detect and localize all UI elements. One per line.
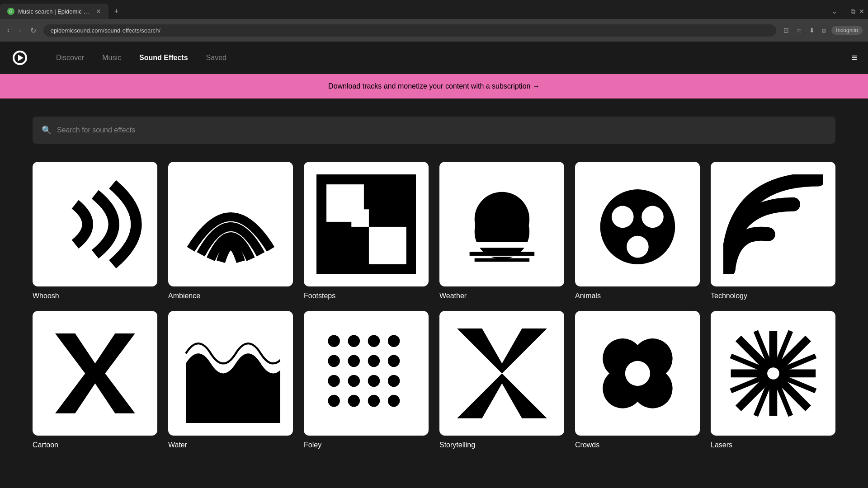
svg-point-57: [625, 361, 650, 385]
category-card-footsteps: [304, 162, 429, 286]
svg-point-45: [387, 375, 399, 386]
nav-discover[interactable]: Discover: [56, 54, 84, 62]
svg-point-42: [328, 375, 340, 386]
category-animals[interactable]: Animals: [575, 162, 700, 300]
svg-point-37: [387, 335, 399, 347]
svg-point-46: [328, 394, 340, 406]
active-tab[interactable]: G Music search | Epidemic Sound ✕: [0, 4, 108, 19]
logo[interactable]: [11, 49, 29, 67]
category-card-water: [168, 311, 293, 436]
category-crowds[interactable]: Crowds: [575, 311, 700, 449]
svg-rect-5: [326, 227, 364, 264]
tab-search-button[interactable]: ⌄: [832, 8, 837, 15]
category-card-weather: [439, 162, 564, 286]
address-bar: ‹ › ↻ epidemicsound.com/sound-effects/se…: [0, 19, 868, 42]
category-water[interactable]: Water: [168, 311, 293, 449]
category-label-foley: Foley: [304, 441, 429, 449]
svg-rect-4: [369, 184, 406, 222]
category-label-weather: Weather: [439, 292, 564, 300]
category-label-whoosh: Whoosh: [33, 292, 157, 300]
url-text: epidemicsound.com/sound-effects/search/: [51, 27, 160, 34]
forward-button[interactable]: ›: [17, 24, 23, 36]
close-window-button[interactable]: ✕: [859, 8, 864, 15]
svg-rect-6: [369, 227, 406, 264]
nav-saved[interactable]: Saved: [206, 54, 226, 62]
minimize-button[interactable]: —: [841, 8, 847, 15]
svg-point-38: [328, 355, 340, 366]
category-card-ambience: [168, 162, 293, 286]
download-icon[interactable]: ⬇: [807, 25, 816, 36]
category-grid: Whoosh Ambience: [33, 162, 835, 449]
category-label-technology: Technology: [711, 292, 835, 300]
bookmark-icon[interactable]: ☆: [794, 25, 804, 36]
incognito-badge: Incognito: [831, 26, 863, 35]
svg-point-47: [348, 394, 359, 406]
category-card-animals: [575, 162, 700, 286]
category-card-lasers: [711, 311, 835, 436]
category-label-footsteps: Footsteps: [304, 292, 429, 300]
address-actions: ⊡ ☆ ⬇ ⧈ Incognito: [782, 25, 863, 36]
category-lasers[interactable]: Lasers: [711, 311, 835, 449]
url-bar[interactable]: epidemicsound.com/sound-effects/search/: [43, 24, 777, 37]
svg-rect-0: [45, 174, 145, 274]
svg-point-14: [474, 204, 529, 259]
svg-point-36: [368, 335, 379, 347]
svg-rect-7: [351, 209, 369, 227]
svg-point-49: [387, 394, 399, 406]
category-ambience[interactable]: Ambience: [168, 162, 293, 300]
category-label-lasers: Lasers: [711, 441, 835, 449]
nav-links: Discover Music Sound Effects Saved: [56, 54, 226, 62]
category-weather[interactable]: Weather: [439, 162, 564, 300]
svg-rect-17: [469, 252, 534, 256]
cast-icon[interactable]: ⊡: [782, 25, 791, 36]
site-nav: Discover Music Sound Effects Saved ≡: [0, 42, 868, 74]
svg-point-28: [627, 235, 649, 258]
svg-point-26: [612, 206, 634, 228]
svg-point-43: [348, 375, 359, 386]
svg-point-27: [642, 206, 664, 228]
svg-rect-18: [474, 258, 529, 262]
category-card-foley: [304, 311, 429, 436]
svg-point-34: [328, 335, 340, 347]
tab-controls: ⌄ — ⧉ ✕: [832, 8, 868, 15]
category-label-storytelling: Storytelling: [439, 441, 564, 449]
svg-point-67: [767, 367, 779, 379]
nav-music[interactable]: Music: [102, 54, 121, 62]
search-input[interactable]: [57, 126, 826, 134]
restore-button[interactable]: ⧉: [851, 8, 855, 15]
reload-button[interactable]: ↻: [28, 24, 38, 37]
site-content: Discover Music Sound Effects Saved ≡ Dow…: [0, 42, 868, 488]
tab-bar: G Music search | Epidemic Sound ✕ + ⌄ — …: [0, 0, 868, 19]
category-whoosh[interactable]: Whoosh: [33, 162, 157, 300]
svg-point-40: [368, 355, 379, 366]
extension-icon[interactable]: ⧈: [820, 25, 828, 36]
svg-point-44: [368, 375, 379, 386]
svg-point-41: [387, 355, 399, 366]
main-content: 🔍 Whoosh: [0, 99, 868, 467]
search-container[interactable]: 🔍: [33, 117, 835, 144]
back-button[interactable]: ‹: [5, 24, 11, 36]
promo-banner[interactable]: Download tracks and monetize your conten…: [0, 74, 868, 99]
browser-chrome: G Music search | Epidemic Sound ✕ + ⌄ — …: [0, 0, 868, 42]
category-cartoon[interactable]: Cartoon: [33, 311, 157, 449]
category-label-cartoon: Cartoon: [33, 441, 157, 449]
search-icon: 🔍: [42, 125, 52, 135]
category-card-whoosh: [33, 162, 157, 286]
category-storytelling[interactable]: Storytelling: [439, 311, 564, 449]
category-card-technology: [711, 162, 835, 286]
category-label-water: Water: [168, 441, 293, 449]
svg-point-35: [348, 335, 359, 347]
category-label-crowds: Crowds: [575, 441, 700, 449]
svg-rect-15: [462, 242, 542, 248]
nav-sound-effects[interactable]: Sound Effects: [139, 54, 188, 62]
category-foley[interactable]: Foley: [304, 311, 429, 449]
svg-point-48: [368, 394, 379, 406]
category-footsteps[interactable]: Footsteps: [304, 162, 429, 300]
new-tab-button[interactable]: +: [110, 7, 123, 16]
tab-favicon: G: [7, 8, 14, 15]
hamburger-menu[interactable]: ≡: [851, 52, 857, 64]
category-technology[interactable]: Technology: [711, 162, 835, 300]
category-card-cartoon: [33, 311, 157, 436]
svg-point-39: [348, 355, 359, 366]
tab-close-button[interactable]: ✕: [96, 8, 101, 15]
